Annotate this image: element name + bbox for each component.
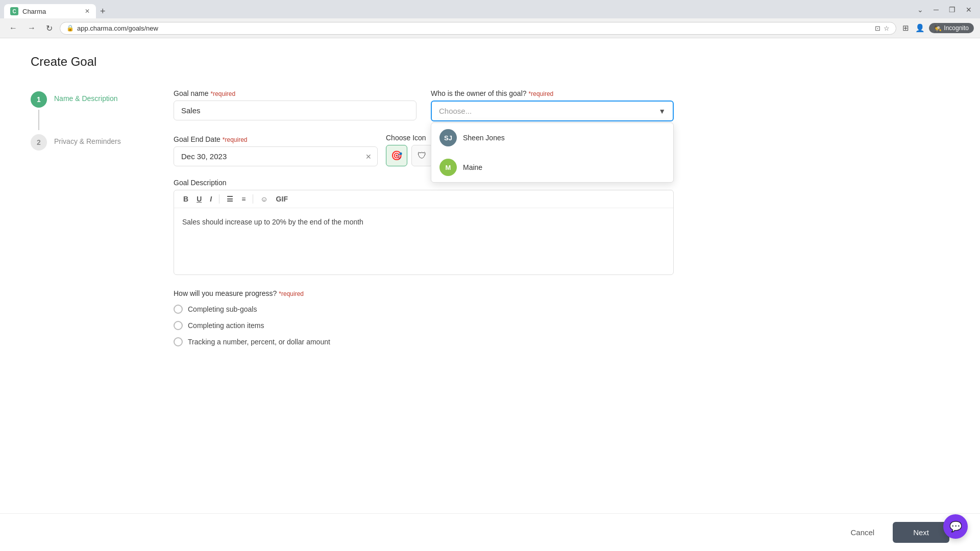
bookmark-icon[interactable]: ☆: [884, 24, 890, 32]
page-content: Create Goal 1 Name & Description 2 Priva…: [0, 38, 980, 543]
sheen-initials: SJ: [444, 134, 452, 142]
goal-name-required: *required: [210, 90, 235, 97]
lock-icon: 🔒: [66, 24, 74, 32]
step-1-connector: 1: [31, 91, 47, 130]
sheen-name: Sheen Jones: [463, 134, 505, 142]
forward-button[interactable]: →: [24, 22, 39, 34]
browser-chrome: C Charma ✕ + ⌄ ─ ❐ ✕ ← → ↻ 🔒 app.charma.…: [0, 0, 980, 38]
date-clear-button[interactable]: ✕: [365, 153, 372, 161]
sheen-avatar: SJ: [439, 129, 457, 146]
tab-close-button[interactable]: ✕: [85, 8, 90, 15]
maine-initials: M: [446, 164, 451, 171]
tab-title: Charma: [22, 8, 46, 15]
radio-option-actions[interactable]: Completing action items: [174, 321, 674, 330]
owner-label: Who is the owner of this goal?*required: [431, 89, 674, 97]
maine-name: Maine: [463, 163, 482, 171]
profile-button[interactable]: 👤: [913, 21, 927, 35]
editor-container: B U I ☰ ≡ ☺ GIF Sales should increase up…: [174, 190, 674, 275]
back-button[interactable]: ←: [6, 22, 20, 34]
step-2-item: 2 Privacy & Reminders: [31, 134, 143, 151]
maine-avatar: M: [439, 159, 457, 176]
radio-circle-subgoals: [174, 305, 183, 314]
tab-list-button[interactable]: ⌄: [913, 5, 927, 15]
step-connector-line: [38, 110, 39, 130]
owner-option-sheen[interactable]: SJ Sheen Jones: [431, 123, 673, 153]
step-2-label: Privacy & Reminders: [54, 134, 121, 145]
goal-name-group: Goal name*required: [174, 89, 416, 120]
stepper-sidebar: 1 Name & Description 2 Privacy & Reminde…: [31, 89, 143, 367]
bullet-list-button[interactable]: ☰: [224, 193, 236, 205]
bold-button[interactable]: B: [180, 193, 191, 205]
owner-option-maine[interactable]: M Maine: [431, 153, 673, 182]
owner-dropdown-trigger[interactable]: Choose... ▼: [431, 101, 674, 121]
progress-label: How will you measure progress?*required: [174, 289, 674, 297]
progress-required: *required: [279, 290, 304, 297]
incognito-badge: 🕵 Incognito: [929, 23, 974, 33]
goal-name-label: Goal name*required: [174, 89, 416, 97]
description-group: Goal Description B U I ☰ ≡ ☺ GIF Sales s…: [174, 179, 674, 275]
url-text: app.charma.com/goals/new: [77, 24, 872, 32]
toolbar-separator-2: [253, 194, 253, 204]
radio-option-tracking[interactable]: Tracking a number, percent, or dollar am…: [174, 337, 674, 346]
minimize-button[interactable]: ─: [929, 5, 943, 15]
address-bar-actions: ⊡ ☆: [875, 24, 890, 32]
end-date-input[interactable]: [174, 146, 378, 166]
step-1-item: 1 Name & Description: [31, 91, 143, 130]
editor-content[interactable]: Sales should increase up to 20% by the e…: [174, 208, 673, 274]
page-title: Create Goal: [31, 55, 949, 69]
icon-button-1[interactable]: 🎯: [386, 145, 407, 166]
window-controls: ⌄ ─ ❐ ✕: [913, 5, 976, 18]
address-bar[interactable]: 🔒 app.charma.com/goals/new ⊡ ☆: [60, 22, 896, 35]
tab-bar: C Charma ✕ + ⌄ ─ ❐ ✕: [0, 0, 980, 18]
step-1-label: Name & Description: [54, 91, 118, 103]
radio-label-subgoals: Completing sub-goals: [188, 305, 257, 313]
radio-circle-actions: [174, 321, 183, 330]
incognito-icon: 🕵: [934, 24, 942, 32]
goal-name-input[interactable]: [174, 101, 416, 120]
active-tab[interactable]: C Charma ✕: [4, 4, 96, 18]
radio-option-subgoals[interactable]: Completing sub-goals: [174, 305, 674, 314]
step-2-circle: 2: [31, 134, 47, 151]
step-1-circle: 1: [31, 91, 47, 108]
reload-button[interactable]: ↻: [43, 22, 56, 34]
toolbar-separator-1: [219, 194, 219, 204]
progress-group: How will you measure progress?*required …: [174, 289, 674, 346]
date-input-wrap: ✕: [174, 146, 378, 166]
ordered-list-button[interactable]: ≡: [238, 193, 249, 205]
tab-favicon: C: [10, 7, 18, 15]
owner-group: Who is the owner of this goal?*required …: [431, 89, 674, 121]
end-date-label: Goal End Date*required: [174, 135, 378, 143]
new-tab-button[interactable]: +: [96, 6, 110, 17]
cast-icon: ⊡: [875, 24, 880, 32]
browser-actions: ⊞ 👤 🕵 Incognito: [900, 21, 974, 35]
incognito-label: Incognito: [944, 24, 969, 32]
owner-required: *required: [529, 90, 554, 97]
step-2-connector: 2: [31, 134, 47, 151]
maximize-button[interactable]: ❐: [945, 5, 960, 15]
end-date-group: Goal End Date*required ✕: [174, 135, 378, 166]
editor-toolbar: B U I ☰ ≡ ☺ GIF: [174, 190, 673, 208]
main-layout: 1 Name & Description 2 Privacy & Reminde…: [31, 89, 949, 367]
close-window-button[interactable]: ✕: [962, 5, 976, 15]
next-button[interactable]: Next: [893, 522, 949, 543]
radio-circle-tracking: [174, 337, 183, 346]
goal-name-owner-row: Goal name*required Who is the owner of t…: [174, 89, 674, 121]
chevron-down-icon: ▼: [658, 107, 666, 115]
end-date-required: *required: [223, 136, 248, 143]
extensions-button[interactable]: ⊞: [900, 21, 911, 35]
address-bar-row: ← → ↻ 🔒 app.charma.com/goals/new ⊡ ☆ ⊞ 👤…: [0, 18, 980, 38]
cancel-button[interactable]: Cancel: [840, 523, 885, 542]
form-area: Goal name*required Who is the owner of t…: [174, 89, 674, 367]
gif-button[interactable]: GIF: [273, 193, 291, 205]
owner-placeholder-text: Choose...: [439, 107, 472, 115]
italic-button[interactable]: I: [207, 193, 215, 205]
chat-bubble-button[interactable]: 💬: [943, 514, 968, 539]
radio-label-actions: Completing action items: [188, 321, 264, 330]
radio-label-tracking: Tracking a number, percent, or dollar am…: [188, 338, 330, 346]
icon-button-2[interactable]: 🛡: [411, 145, 433, 166]
emoji-button[interactable]: ☺: [257, 193, 271, 205]
underline-button[interactable]: U: [193, 193, 205, 205]
owner-dropdown-menu: SJ Sheen Jones M Maine: [431, 122, 674, 183]
chat-icon: 💬: [949, 520, 962, 533]
action-bar: Cancel Next: [0, 513, 980, 543]
